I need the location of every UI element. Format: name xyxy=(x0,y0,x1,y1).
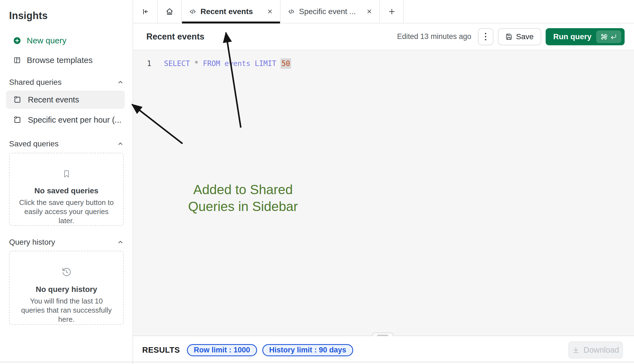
line-number: 1 xyxy=(141,59,151,68)
chevron-up-icon[interactable] xyxy=(117,239,124,246)
download-icon xyxy=(572,346,580,354)
collapse-sidebar-button[interactable] xyxy=(133,0,158,23)
templates-icon xyxy=(13,56,21,64)
download-label: Download xyxy=(583,345,619,355)
sidebar-item-specific-event[interactable]: Specific event per hour (... xyxy=(6,111,125,129)
results-bar: RESULTS Row limit : 1000 History limit :… xyxy=(133,336,634,364)
plus-circle-icon xyxy=(13,37,21,44)
saved-queries-header: Saved queries xyxy=(9,139,124,148)
query-title: Recent events xyxy=(146,23,204,50)
chevron-up-icon[interactable] xyxy=(117,141,124,147)
sql-identifier: events xyxy=(224,59,250,68)
sidebar-item-label: Specific event per hour (... xyxy=(28,115,121,125)
home-button[interactable] xyxy=(158,0,182,23)
chevron-up-icon[interactable] xyxy=(117,79,124,86)
save-button[interactable]: Save xyxy=(498,28,541,45)
active-tab-indicator xyxy=(182,22,280,23)
kebab-dot xyxy=(485,39,486,40)
more-options-button[interactable] xyxy=(478,28,493,45)
results-label: RESULTS xyxy=(142,345,180,355)
edited-status: Edited 13 minutes ago xyxy=(397,32,471,41)
saved-empty-title: No saved queries xyxy=(35,186,99,195)
code-icon xyxy=(189,8,196,15)
shared-queries-header: Shared queries xyxy=(9,78,124,87)
download-button[interactable]: Download xyxy=(568,341,623,358)
sidebar-item-recent-events[interactable]: Recent events xyxy=(6,91,125,109)
run-shortcut-badge xyxy=(596,30,621,43)
saved-queries-label: Saved queries xyxy=(9,139,59,148)
annotation-line-2: Queries in Sidebar xyxy=(174,198,312,215)
run-query-label: Run query xyxy=(553,32,591,41)
kebab-dot xyxy=(485,36,486,37)
code-icon xyxy=(288,8,295,15)
bookmark-icon xyxy=(62,169,72,179)
new-query-button[interactable]: New query xyxy=(13,35,66,46)
window-bottom-edge xyxy=(0,362,634,362)
history-limit-chip[interactable]: History limit : 90 days xyxy=(262,344,353,356)
code-square-icon xyxy=(13,96,22,104)
sql-operator: * xyxy=(194,59,199,68)
editor-controls: Edited 13 minutes ago Save Run query xyxy=(397,23,625,50)
code-line: 1 SELECT*FROMeventsLIMIT50 xyxy=(133,57,634,70)
sql-keyword: LIMIT xyxy=(255,59,276,68)
sidebar-title: Insights xyxy=(9,10,48,22)
history-empty-title: No query history xyxy=(36,285,97,294)
sidebar: Insights New query Browse templates Shar… xyxy=(0,0,133,364)
collapse-left-icon xyxy=(141,7,149,16)
return-icon xyxy=(610,33,617,40)
saved-empty-desc: Click the save query button to easily ac… xyxy=(18,198,115,225)
browse-templates-label: Browse templates xyxy=(27,56,93,65)
query-history-label: Query history xyxy=(9,238,55,247)
tab-label: Recent events xyxy=(200,7,253,16)
new-query-label: New query xyxy=(27,36,66,45)
query-history-header: Query history xyxy=(9,238,124,247)
browse-templates-button[interactable]: Browse templates xyxy=(13,54,93,66)
sql-keyword: SELECT xyxy=(164,59,190,68)
command-icon xyxy=(601,33,607,40)
code-square-icon xyxy=(13,116,22,124)
history-empty-desc: You will find the last 10 queries that r… xyxy=(18,297,115,324)
editor-header: Recent events Edited 13 minutes ago Save… xyxy=(133,23,634,50)
tab-label: Specific event ... xyxy=(299,7,356,16)
history-icon xyxy=(61,267,72,277)
new-tab-button[interactable] xyxy=(381,0,404,23)
sidebar-item-label: Recent events xyxy=(28,95,79,104)
sql-editor[interactable]: 1 SELECT*FROMeventsLIMIT50 Added to Shar… xyxy=(133,50,634,336)
annotation-line-1: Added to Shared xyxy=(174,181,312,198)
saved-queries-empty-state: No saved queries Click the save query bu… xyxy=(9,153,124,226)
tab-recent-events[interactable]: Recent events xyxy=(182,0,281,23)
query-history-empty-state: No query history You will find the last … xyxy=(9,251,124,325)
tab-bar: Recent events Specific event ... xyxy=(133,0,634,23)
plus-icon xyxy=(388,7,396,16)
annotation-text: Added to Shared Queries in Sidebar xyxy=(174,181,312,215)
shared-queries-label: Shared queries xyxy=(9,78,62,87)
sql-code[interactable]: SELECT*FROMeventsLIMIT50 xyxy=(164,59,291,68)
row-limit-chip[interactable]: Row limit : 1000 xyxy=(187,344,257,356)
close-tab-icon[interactable] xyxy=(365,7,373,15)
insights-app: Insights New query Browse templates Shar… xyxy=(0,0,634,364)
save-label: Save xyxy=(516,32,534,41)
kebab-dot xyxy=(485,33,486,34)
home-icon xyxy=(165,7,174,16)
sql-keyword: FROM xyxy=(203,59,220,68)
tab-specific-event[interactable]: Specific event ... xyxy=(281,0,380,23)
run-query-button[interactable]: Run query xyxy=(546,28,625,45)
close-tab-icon[interactable] xyxy=(266,7,274,15)
save-icon xyxy=(505,33,513,40)
sql-number-highlighted: 50 xyxy=(281,58,291,69)
main-panel: Recent events Specific event ... xyxy=(133,0,634,364)
